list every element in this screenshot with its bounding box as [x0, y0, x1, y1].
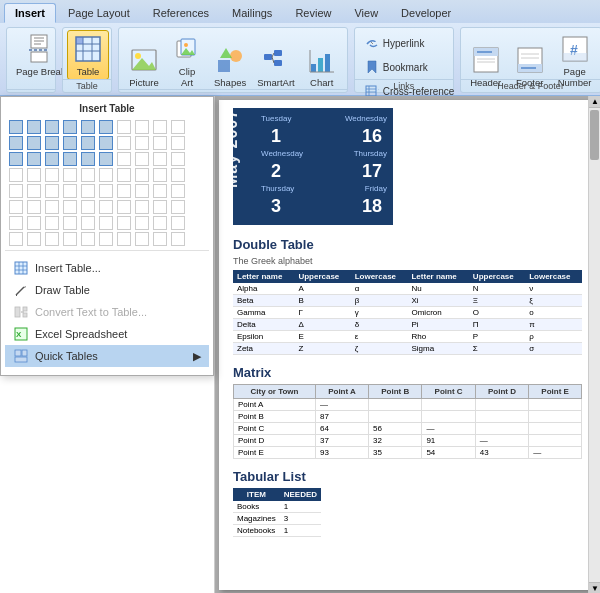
grid-cell[interactable] — [9, 200, 23, 214]
grid-cell[interactable] — [81, 120, 95, 134]
grid-cell[interactable] — [153, 216, 167, 230]
bookmark-button[interactable]: Bookmark — [359, 56, 460, 78]
grid-cell[interactable] — [99, 152, 113, 166]
grid-cell[interactable] — [9, 168, 23, 182]
grid-cell[interactable] — [153, 168, 167, 182]
grid-cell[interactable] — [63, 216, 77, 230]
shapes-button[interactable]: Shapes — [209, 41, 251, 91]
grid-cell[interactable] — [81, 168, 95, 182]
grid-cell[interactable] — [27, 216, 41, 230]
grid-cell[interactable] — [99, 136, 113, 150]
grid-cell[interactable] — [45, 168, 59, 182]
grid-cell[interactable] — [153, 152, 167, 166]
grid-cell[interactable] — [9, 136, 23, 150]
grid-cell[interactable] — [63, 200, 77, 214]
tab-mailings[interactable]: Mailings — [221, 3, 283, 23]
grid-cell[interactable] — [117, 216, 131, 230]
chart-button[interactable]: Chart — [301, 41, 343, 91]
grid-cell[interactable] — [27, 184, 41, 198]
grid-cell[interactable] — [81, 184, 95, 198]
tab-references[interactable]: References — [142, 3, 220, 23]
grid-cell[interactable] — [27, 232, 41, 246]
grid-cell[interactable] — [81, 136, 95, 150]
grid-cell[interactable] — [63, 136, 77, 150]
grid-cell[interactable] — [171, 184, 185, 198]
insert-table-menu-item[interactable]: Insert Table... — [5, 257, 209, 279]
grid-cell[interactable] — [45, 200, 59, 214]
quick-tables-menu-item[interactable]: Quick Tables ▶ — [5, 345, 209, 367]
picture-button[interactable]: Picture — [123, 41, 165, 91]
scrollbar[interactable]: ▲ ▼ — [588, 96, 600, 593]
smartart-button[interactable]: SmartArt — [252, 41, 299, 91]
grid-cell[interactable] — [81, 200, 95, 214]
tab-developer[interactable]: Developer — [390, 3, 462, 23]
tab-insert[interactable]: Insert — [4, 3, 56, 23]
grid-cell[interactable] — [117, 232, 131, 246]
scroll-down-arrow[interactable]: ▼ — [589, 582, 600, 593]
grid-cell[interactable] — [135, 200, 149, 214]
grid-cell[interactable] — [27, 200, 41, 214]
grid-cell[interactable] — [135, 120, 149, 134]
excel-spreadsheet-menu-item[interactable]: X Excel Spreadsheet — [5, 323, 209, 345]
grid-cell[interactable] — [117, 136, 131, 150]
table-grid[interactable] — [5, 118, 209, 248]
grid-cell[interactable] — [81, 232, 95, 246]
grid-cell[interactable] — [99, 232, 113, 246]
grid-cell[interactable] — [81, 216, 95, 230]
clip-art-button[interactable]: ClipArt — [166, 30, 208, 91]
grid-cell[interactable] — [117, 184, 131, 198]
grid-cell[interactable] — [63, 168, 77, 182]
grid-cell[interactable] — [171, 200, 185, 214]
tab-review[interactable]: Review — [284, 3, 342, 23]
grid-cell[interactable] — [27, 120, 41, 134]
grid-cell[interactable] — [153, 200, 167, 214]
grid-cell[interactable] — [135, 232, 149, 246]
grid-cell[interactable] — [9, 216, 23, 230]
grid-cell[interactable] — [117, 152, 131, 166]
grid-cell[interactable] — [27, 136, 41, 150]
grid-cell[interactable] — [63, 152, 77, 166]
grid-cell[interactable] — [99, 216, 113, 230]
grid-cell[interactable] — [135, 168, 149, 182]
grid-cell[interactable] — [27, 168, 41, 182]
tab-view[interactable]: View — [343, 3, 389, 23]
grid-cell[interactable] — [171, 216, 185, 230]
grid-cell[interactable] — [63, 120, 77, 134]
grid-cell[interactable] — [27, 152, 41, 166]
grid-cell[interactable] — [45, 136, 59, 150]
grid-cell[interactable] — [45, 184, 59, 198]
grid-cell[interactable] — [9, 184, 23, 198]
grid-cell[interactable] — [153, 232, 167, 246]
grid-cell[interactable] — [153, 184, 167, 198]
hyperlink-button[interactable]: Hyperlink — [359, 32, 460, 54]
scroll-up-arrow[interactable]: ▲ — [589, 96, 600, 108]
grid-cell[interactable] — [99, 200, 113, 214]
grid-cell[interactable] — [9, 232, 23, 246]
grid-cell[interactable] — [45, 120, 59, 134]
grid-cell[interactable] — [135, 216, 149, 230]
scrollbar-thumb[interactable] — [590, 110, 599, 160]
grid-cell[interactable] — [63, 184, 77, 198]
tab-page-layout[interactable]: Page Layout — [57, 3, 141, 23]
grid-cell[interactable] — [45, 152, 59, 166]
grid-cell[interactable] — [171, 136, 185, 150]
table-button[interactable]: Table — [67, 30, 109, 80]
grid-cell[interactable] — [63, 232, 77, 246]
grid-cell[interactable] — [99, 184, 113, 198]
grid-cell[interactable] — [171, 232, 185, 246]
grid-cell[interactable] — [171, 168, 185, 182]
grid-cell[interactable] — [117, 168, 131, 182]
grid-cell[interactable] — [45, 232, 59, 246]
grid-cell[interactable] — [45, 216, 59, 230]
grid-cell[interactable] — [153, 120, 167, 134]
grid-cell[interactable] — [9, 152, 23, 166]
grid-cell[interactable] — [171, 152, 185, 166]
grid-cell[interactable] — [135, 136, 149, 150]
grid-cell[interactable] — [135, 184, 149, 198]
grid-cell[interactable] — [117, 200, 131, 214]
grid-cell[interactable] — [135, 152, 149, 166]
draw-table-menu-item[interactable]: Draw Table — [5, 279, 209, 301]
grid-cell[interactable] — [99, 168, 113, 182]
grid-cell[interactable] — [171, 120, 185, 134]
grid-cell[interactable] — [9, 120, 23, 134]
